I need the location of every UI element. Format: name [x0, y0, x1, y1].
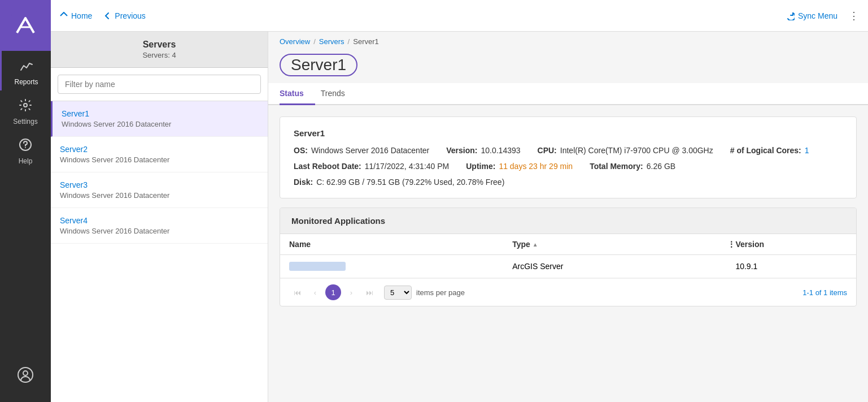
app-name-blurred [289, 262, 346, 271]
settings-icon [19, 98, 32, 115]
content-area: Servers Servers: 4 Server1 Windows Serve… [51, 32, 868, 402]
user-profile-button[interactable] [0, 359, 51, 393]
list-item-subtitle: Windows Server 2016 Datacenter [60, 227, 259, 235]
disk-label: Disk: [294, 178, 313, 187]
version-value: 10.0.14393 [481, 146, 520, 155]
breadcrumb-overview-link[interactable]: Overview [280, 37, 310, 46]
logical-cores-label: # of Logical Cores: [730, 146, 801, 155]
page-count-label: 1-1 of 1 items [802, 288, 847, 297]
previous-button-label: Previous [115, 11, 145, 20]
uptime-label: Uptime: [466, 162, 495, 171]
version-label: Version: [446, 146, 477, 155]
list-item-name: Server4 [60, 216, 259, 225]
tabs-bar: Status Trends [268, 83, 868, 105]
list-item[interactable]: Server3 Windows Server 2016 Datacenter [51, 172, 268, 208]
previous-icon [103, 12, 111, 20]
disk-info: Disk: C: 62.99 GB / 79.51 GB (79.22% Use… [294, 178, 504, 187]
left-navigation: Reports Settings Help [0, 0, 51, 402]
servers-sidebar: Servers Servers: 4 Server1 Windows Serve… [51, 32, 268, 402]
memory-value: 6.26 GB [647, 162, 675, 171]
list-item-subtitle: Windows Server 2016 Datacenter [60, 155, 259, 164]
sidebar-filter-area [51, 68, 268, 101]
prev-page-button[interactable]: ‹ [307, 284, 323, 300]
os-info: OS: Windows Server 2016 Datacenter [294, 146, 429, 155]
list-item[interactable]: Server4 Windows Server 2016 Datacenter [51, 208, 268, 244]
apps-table-header: Name Type ▲ ⋮ Version [280, 234, 856, 255]
sidebar-item-help[interactable]: Help [0, 130, 51, 170]
server-info-row-2: Last Reboot Date: 11/17/2022, 4:31:40 PM… [294, 162, 843, 171]
sidebar-item-reports-label: Reports [14, 78, 38, 86]
page-title: Server1 [280, 54, 357, 76]
per-page-label: items per page [416, 288, 465, 297]
list-item[interactable]: Server1 Windows Server 2016 Datacenter [51, 101, 268, 137]
sidebar-list: Server1 Windows Server 2016 Datacenter S… [51, 101, 268, 402]
svg-rect-0 [11, 11, 40, 40]
cpu-info: CPU: Intel(R) Core(TM) i7-9700 CPU @ 3.0… [538, 146, 713, 155]
cpu-value: Intel(R) Core(TM) i7-9700 CPU @ 3.00GHz [560, 146, 713, 155]
last-page-button[interactable]: ⏭ [361, 284, 377, 300]
breadcrumb-servers-link[interactable]: Servers [319, 37, 344, 46]
uptime-info: Uptime: 11 days 23 hr 29 min [466, 162, 573, 171]
tab-status[interactable]: Status [280, 83, 315, 105]
pagination: ⏮ ‹ 1 › ⏭ 5 10 25 50 [280, 278, 856, 306]
more-options-button[interactable]: ⋮ [849, 10, 859, 22]
server-info-row-3: Disk: C: 62.99 GB / 79.51 GB (79.22% Use… [294, 178, 843, 187]
server-info-title: Server1 [294, 128, 843, 138]
filter-input[interactable] [58, 75, 261, 94]
col-header-name: Name [289, 240, 512, 249]
svg-point-5 [23, 371, 28, 375]
col-version-label: Version [735, 240, 764, 249]
top-bar: Home Previous Sync Menu ⋮ [51, 0, 868, 32]
version-info: Version: 10.0.14393 [446, 146, 520, 155]
server-info-row-1: OS: Windows Server 2016 Datacenter Versi… [294, 146, 843, 155]
reports-icon [20, 59, 33, 76]
breadcrumb-sep2: / [348, 37, 350, 46]
list-item-subtitle: Windows Server 2016 Datacenter [62, 120, 259, 128]
sidebar-item-settings[interactable]: Settings [0, 90, 51, 130]
list-item-name: Server2 [60, 145, 259, 154]
main-panel: Home Previous Sync Menu ⋮ Servers Server… [51, 0, 868, 402]
os-label: OS: [294, 146, 308, 155]
sidebar-title: Servers [60, 40, 259, 50]
apps-table: Name Type ▲ ⋮ Version [280, 234, 856, 306]
home-first-icon [60, 12, 68, 20]
app-version-cell: 10.9.1 [735, 262, 847, 271]
logical-cores-info: # of Logical Cores: 1 [730, 146, 809, 155]
monitored-apps-card: Monitored Applications Name Type ▲ ⋮ [280, 208, 857, 306]
first-page-button[interactable]: ⏮ [289, 284, 305, 300]
page-1-button[interactable]: 1 [325, 284, 341, 300]
col-name-label: Name [289, 240, 311, 249]
app-type-value: ArcGIS Server [512, 262, 563, 271]
help-icon [19, 138, 32, 155]
table-row[interactable]: ArcGIS Server 10.9.1 [280, 255, 856, 278]
list-item[interactable]: Server2 Windows Server 2016 Datacenter [51, 137, 268, 172]
next-page-button[interactable]: › [343, 284, 359, 300]
home-button[interactable]: Home [60, 11, 92, 20]
per-page-select[interactable]: 5 10 25 50 [384, 286, 412, 300]
col-type-dots[interactable]: ⋮ [727, 240, 735, 249]
page-title-area: Server1 [268, 51, 868, 83]
memory-label: Total Memory: [590, 162, 643, 171]
disk-value: C: 62.99 GB / 79.51 GB (79.22% Used, 20.… [316, 178, 504, 187]
sync-menu-label: Sync Menu [798, 11, 838, 20]
sync-menu-button[interactable]: Sync Menu [786, 11, 838, 20]
breadcrumb: Overview / Servers / Server1 [268, 32, 868, 51]
reboot-value: 11/17/2022, 4:31:40 PM [365, 162, 449, 171]
sidebar-item-reports[interactable]: Reports [0, 51, 51, 90]
previous-button[interactable]: Previous [103, 11, 145, 20]
tab-trends[interactable]: Trends [321, 83, 356, 105]
list-item-name: Server3 [60, 180, 259, 189]
cpu-label: CPU: [538, 146, 557, 155]
logical-cores-value: 1 [805, 146, 809, 155]
app-name-cell [289, 262, 512, 271]
detail-content: Server1 OS: Windows Server 2016 Datacent… [268, 105, 868, 402]
uptime-value: 11 days 23 hr 29 min [499, 162, 573, 171]
sort-icon[interactable]: ▲ [533, 241, 538, 248]
sidebar-count: Servers: 4 [60, 51, 259, 59]
memory-info: Total Memory: 6.26 GB [590, 162, 675, 171]
col-header-type: Type ▲ ⋮ [512, 240, 735, 249]
sidebar-item-settings-label: Settings [13, 118, 37, 126]
detail-panel: Overview / Servers / Server1 Server1 Sta… [268, 32, 868, 402]
monitored-apps-header: Monitored Applications [280, 208, 856, 234]
app-logo-icon [11, 11, 40, 40]
